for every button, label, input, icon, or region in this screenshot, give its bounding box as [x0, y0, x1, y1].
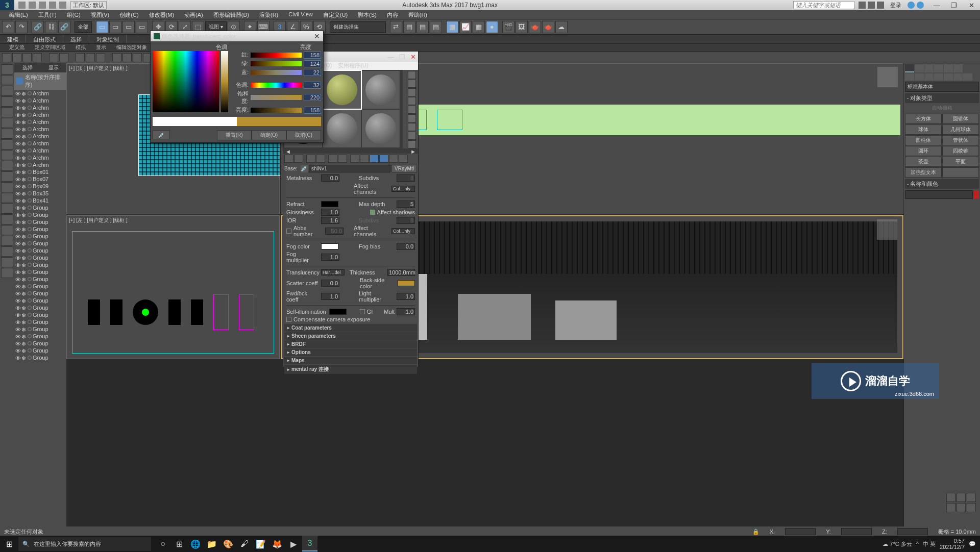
mt-6[interactable]	[338, 155, 347, 163]
qat-undo-icon[interactable]	[49, 2, 56, 9]
bind-button[interactable]: 🔗	[58, 21, 70, 33]
mat-menu-utilities[interactable]: 实用程序(U)	[338, 62, 368, 70]
scene-item[interactable]: 👁❄Group	[14, 318, 66, 325]
spacewarps-subtab[interactable]	[953, 73, 963, 81]
lt-4[interactable]	[1, 96, 13, 107]
maxdepth-value[interactable]: 5	[397, 200, 415, 208]
menu-civilview[interactable]: Civil View	[283, 10, 317, 19]
green-value[interactable]: 124	[304, 60, 321, 67]
scene-item[interactable]: 👁❄Group	[14, 333, 66, 340]
mat-side-1[interactable]	[408, 71, 416, 79]
fwdbck-value[interactable]: 1.0	[321, 293, 339, 300]
mt-5[interactable]	[328, 155, 337, 163]
help-search-input[interactable]	[793, 1, 854, 9]
align-button[interactable]: ▤	[403, 21, 415, 33]
lt-1[interactable]	[1, 64, 13, 74]
val-slider[interactable]	[251, 108, 302, 113]
populate-icon-4[interactable]	[33, 53, 42, 62]
refract-color[interactable]	[321, 201, 338, 207]
coord-z-input[interactable]	[897, 528, 928, 535]
mt-12[interactable]	[399, 155, 408, 163]
green-slider[interactable]	[251, 61, 302, 66]
scene-item[interactable]: 👁❄Archm	[14, 104, 66, 111]
pan-button[interactable]	[946, 493, 955, 502]
geometry-subtab[interactable]	[905, 73, 914, 81]
red-value[interactable]: 158	[304, 52, 321, 59]
fogbias-value[interactable]: 0.0	[397, 243, 415, 250]
blue-value[interactable]: 22	[304, 69, 321, 76]
rollup-sheen[interactable]: Sheen parameters	[284, 332, 417, 340]
scene-item[interactable]: 👁❄Archm	[14, 147, 66, 154]
scene-item[interactable]: 👁❄Group	[14, 354, 66, 361]
login-link[interactable]: 登录	[888, 2, 903, 9]
mt-10[interactable]	[379, 155, 388, 163]
select-name-button[interactable]: ▭	[109, 21, 121, 33]
mat-side-3[interactable]	[408, 88, 416, 96]
reset-button[interactable]: 重置(R)	[217, 130, 252, 140]
mt-9[interactable]	[370, 155, 379, 163]
mat-close[interactable]: ✕	[410, 53, 416, 61]
taskbar-search[interactable]: 🔍 在这里输入你要搜索的内容	[18, 537, 151, 551]
lt-12[interactable]	[1, 182, 13, 192]
mat-side-2[interactable]	[408, 80, 416, 88]
autodesk360-button[interactable]: ☁	[555, 21, 568, 33]
exchange-icon[interactable]	[859, 2, 866, 9]
ok-button[interactable]: 确定(O)	[252, 130, 286, 140]
primitive-四棱锥[interactable]: 四棱锥	[942, 146, 979, 156]
mt-2[interactable]	[294, 155, 303, 163]
scene-item[interactable]: 👁❄Group	[14, 247, 66, 254]
task-app3[interactable]: 📝	[253, 536, 268, 551]
scene-item[interactable]: 👁❄Archm	[14, 140, 66, 147]
primitive-球体[interactable]: 球体	[905, 124, 942, 135]
shapes-subtab[interactable]	[915, 73, 924, 81]
minimize-button[interactable]: —	[928, 0, 945, 10]
lt-6[interactable]	[1, 118, 13, 128]
mat-maximize[interactable]: ❐	[399, 53, 405, 61]
rollup-mentalray[interactable]: mental ray 连接	[284, 365, 417, 374]
metalness-value[interactable]: 0.0	[321, 174, 339, 182]
menu-animation[interactable]: 动画(A)	[179, 10, 208, 19]
menu-tools[interactable]: 工具(T)	[33, 10, 62, 19]
utilities-tab[interactable]	[953, 64, 963, 72]
primitive-dropdown[interactable]: 标准基本体	[905, 82, 979, 92]
scene-item[interactable]: 👁❄Archm	[14, 111, 66, 118]
curve-editor-button[interactable]: 📈	[459, 21, 472, 33]
fogmult-value[interactable]: 1.0	[321, 254, 339, 261]
subtab-4[interactable]: 编辑选定对象	[111, 44, 152, 52]
qat-redo-icon[interactable]	[59, 2, 66, 9]
mat-side-6[interactable]	[408, 114, 416, 122]
app-logo[interactable]: 3	[0, 0, 14, 10]
helpers-subtab[interactable]	[944, 73, 953, 81]
selfillum-swatch[interactable]	[329, 309, 347, 315]
mt-8[interactable]	[360, 155, 369, 163]
unlink-button[interactable]: ⛓	[45, 21, 57, 33]
mat-slot-6[interactable]	[362, 110, 400, 147]
scene-item[interactable]: 👁❄Group	[14, 283, 66, 290]
lt-19[interactable]	[1, 257, 13, 267]
scene-item[interactable]: 👁❄Group	[14, 261, 66, 268]
task-app1[interactable]: 🎨	[220, 536, 236, 551]
populate-icon-12[interactable]	[133, 53, 142, 62]
close-button[interactable]: ✕	[963, 0, 980, 10]
weather-widget[interactable]: ☁ 7°C 多云	[883, 540, 912, 548]
coord-x-input[interactable]	[785, 528, 816, 535]
scene-item[interactable]: 👁❄Group	[14, 325, 66, 333]
rollup-coat[interactable]: Coat parameters	[284, 324, 417, 332]
eyedropper-button[interactable]: 💉	[153, 130, 170, 139]
scene-item[interactable]: 👁❄Archm	[14, 161, 66, 168]
mt-4[interactable]	[316, 155, 325, 163]
task-firefox[interactable]: 🦊	[270, 536, 285, 551]
populate-icon-11[interactable]	[122, 53, 132, 62]
zoom-all-button[interactable]	[967, 493, 976, 502]
task-explorer[interactable]: 📁	[204, 536, 219, 551]
scene-item[interactable]: 👁❄Archm	[14, 126, 66, 133]
layer-explorer-button[interactable]: ▤	[430, 21, 442, 33]
scene-item[interactable]: 👁❄Archm	[14, 97, 66, 104]
coord-y-input[interactable]	[841, 528, 872, 535]
task-edge[interactable]: 🌐	[188, 536, 203, 551]
cancel-button[interactable]: 取消(C)	[286, 130, 321, 140]
scene-item[interactable]: 👁❄Group	[14, 304, 66, 311]
tray-ime[interactable]: 中 英	[923, 540, 936, 548]
modify-tab[interactable]	[915, 64, 924, 72]
window-crossing-button[interactable]: ▭	[136, 21, 148, 33]
